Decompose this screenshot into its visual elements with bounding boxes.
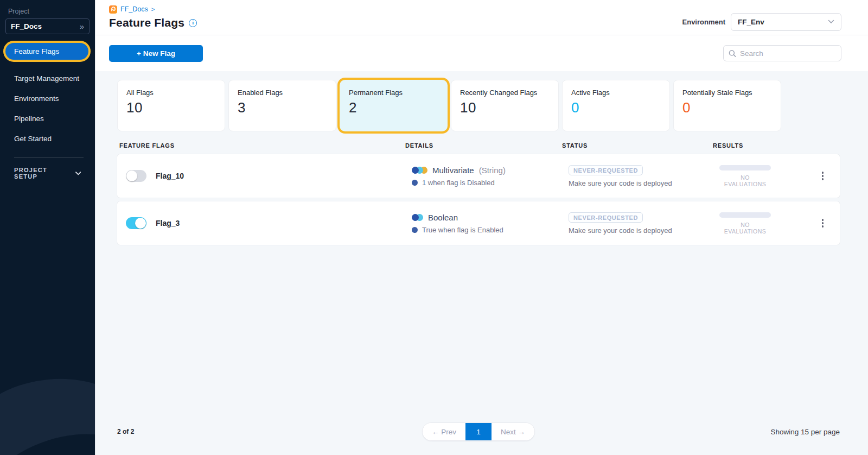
results-note: NO EVALUATIONS [719,222,771,235]
table-row[interactable]: Flag_3 Boolean True when flag is Enabled [117,201,840,245]
stat-label: Enabled Flags [238,89,327,97]
sidebar-item-target-management[interactable]: Target Management [0,68,95,89]
flag-toggle[interactable] [126,170,146,182]
stat-label: Active Flags [571,89,661,97]
pagination: ← Prev 1 Next → [422,422,535,441]
stat-label: Potentially Stale Flags [682,89,772,97]
status-note: Make sure your code is deployed [569,179,719,187]
stat-card-enabled-flags[interactable]: Enabled Flags 3 [228,80,336,131]
status-note: Make sure your code is deployed [569,226,719,235]
sidebar-item-pipelines[interactable]: Pipelines [0,109,95,129]
flag-kind-suffix: (String) [479,166,506,175]
info-icon[interactable]: i [189,19,197,27]
sidebar-divider [14,157,84,158]
sidebar-item-environments[interactable]: Environments [0,89,95,109]
environment-value: FF_Env [738,18,764,26]
project-setup-section[interactable]: PROJECT SETUP [0,167,95,180]
status-badge: NEVER-REQUESTED [569,212,643,223]
default-rule: True when flag is Enabled [422,226,503,234]
stat-label: Permanent Flags [349,89,438,97]
chevron-down-icon [75,172,81,175]
column-header-status: STATUS [562,142,713,149]
results-bar [719,212,771,218]
table-footer: 2 of 2 ← Prev 1 Next → Showing 15 per pa… [117,422,840,455]
sidebar-item-get-started[interactable]: Get Started [0,129,95,149]
default-rule: 1 when flag is Disabled [422,179,495,187]
stat-cards: All Flags 10 Enabled Flags 3 Permanent F… [117,80,840,131]
results-bar [719,165,771,170]
new-flag-button[interactable]: + New Flag [109,45,203,62]
column-header-results: RESULTS [713,142,789,149]
stat-card-all-flags[interactable]: All Flags 10 [117,80,225,131]
stat-card-permanent-flags[interactable]: Permanent Flags 2 [340,80,448,131]
double-chevron-right-icon[interactable]: » [80,22,84,30]
variation-dot-icon [412,227,418,233]
row-menu-kebab-icon[interactable] [820,217,826,230]
harness-ff-logo-icon [109,5,117,14]
flags-toolbar: + New Flag [95,35,868,71]
environment-label: Environment [682,18,725,26]
stat-value: 0 [571,99,661,116]
page-header: FF_Docs > Feature Flags i Environment FF… [95,0,868,35]
per-page-label: Showing 15 per page [720,428,840,436]
breadcrumb: FF_Docs > [109,4,197,14]
prev-page-button[interactable]: ← Prev [423,423,465,440]
results-note: NO EVALUATIONS [719,174,771,187]
page-number-button[interactable]: 1 [465,423,492,440]
boolean-icon [412,214,423,221]
chevron-right-icon: > [151,6,155,12]
column-header-details: DETAILS [405,142,562,149]
flag-kind: Boolean [428,213,458,222]
next-page-button[interactable]: Next → [492,423,534,440]
flags-table: Flag_10 Multivariate (String) 1 when fla… [117,154,840,245]
flag-name[interactable]: Flag_10 [156,172,184,180]
status-badge: NEVER-REQUESTED [569,165,643,175]
search-input[interactable] [740,49,836,58]
project-setup-label: PROJECT SETUP [14,167,70,180]
sidebar: Project FF_Docs » Feature Flags Target M… [0,0,95,455]
flag-kind: Multivariate [432,166,474,175]
sidebar-nav: Feature Flags Target Management Environm… [0,43,95,149]
main-area: FF_Docs > Feature Flags i Environment FF… [95,0,868,455]
environment-select[interactable]: FF_Env [731,13,841,31]
page-title: Feature Flags [109,16,184,29]
table-header: FEATURE FLAGS DETAILS STATUS RESULTS [117,131,840,154]
variation-dot-icon [412,180,418,186]
search-icon [729,49,736,58]
stat-label: Recently Changed Flags [460,89,550,97]
flag-name[interactable]: Flag_3 [156,219,180,228]
table-row[interactable]: Flag_10 Multivariate (String) 1 when fla… [117,154,840,198]
project-selector[interactable]: FF_Docs » [5,18,90,34]
stat-value: 10 [460,99,550,116]
content: All Flags 10 Enabled Flags 3 Permanent F… [95,71,868,455]
stat-card-recently-changed-flags[interactable]: Recently Changed Flags 10 [451,80,559,131]
stat-value: 0 [682,99,772,116]
project-name: FF_Docs [11,22,42,30]
stat-value: 10 [126,99,216,116]
row-menu-kebab-icon[interactable] [820,169,826,182]
row-count: 2 of 2 [117,428,237,435]
sidebar-item-feature-flags[interactable]: Feature Flags [5,43,88,60]
chevron-down-icon [828,20,834,24]
search-box [723,45,841,61]
column-header-feature-flags: FEATURE FLAGS [119,142,405,149]
breadcrumb-project-link[interactable]: FF_Docs [120,5,148,13]
stat-card-potentially-stale-flags[interactable]: Potentially Stale Flags 0 [673,80,781,131]
stat-value: 2 [349,99,438,116]
flag-toggle[interactable] [126,217,146,229]
multivariate-icon [412,167,427,174]
stat-label: All Flags [126,89,216,97]
stat-value: 3 [238,99,327,116]
project-label: Project [8,8,95,15]
stat-card-active-flags[interactable]: Active Flags 0 [562,80,670,131]
